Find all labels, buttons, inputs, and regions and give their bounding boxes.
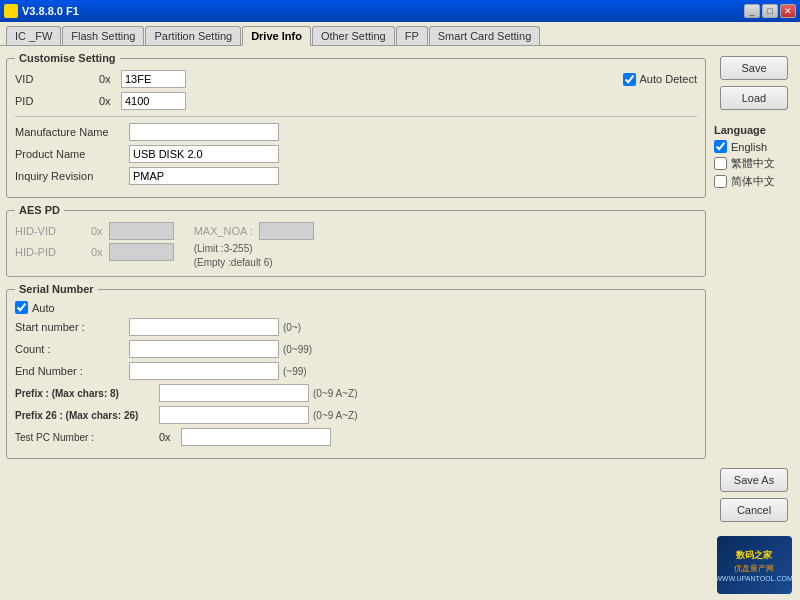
hid-vid-prefix: 0x <box>91 225 103 237</box>
inquiry-label: Inquiry Revision <box>15 170 125 182</box>
hid-pid-label: HID-PID <box>15 246 85 258</box>
inquiry-row: Inquiry Revision <box>15 167 697 185</box>
maximize-button[interactable]: □ <box>762 4 778 18</box>
language-title: Language <box>714 124 794 136</box>
end-number-row: End Number : (~99) <box>15 362 697 380</box>
main-window: IC _FW Flash Setting Partition Setting D… <box>0 22 800 600</box>
app-icon <box>4 4 18 18</box>
lang-traditional-checkbox[interactable] <box>714 157 727 170</box>
start-number-row: Start number : (0~) <box>15 318 697 336</box>
start-number-input[interactable] <box>129 318 279 336</box>
lang-simplified-option: 简体中文 <box>714 174 794 189</box>
end-number-input[interactable] <box>129 362 279 380</box>
end-number-hint: (~99) <box>283 366 307 377</box>
auto-checkbox[interactable] <box>15 301 28 314</box>
auto-checkbox-row: Auto <box>15 301 697 314</box>
lang-simplified-checkbox[interactable] <box>714 175 727 188</box>
lang-english-option: English <box>714 140 794 153</box>
save-as-button[interactable]: Save As <box>720 468 788 492</box>
prefix26-input[interactable] <box>159 406 309 424</box>
prefix-label: Prefix : (Max chars: 8) <box>15 388 155 399</box>
title-bar-controls: _ □ ✕ <box>744 4 796 18</box>
save-button[interactable]: Save <box>720 56 788 80</box>
watermark-line1: 数码之家 <box>736 549 772 562</box>
product-row: Product Name <box>15 145 697 163</box>
pid-label: PID <box>15 95 95 107</box>
pid-input[interactable] <box>121 92 186 110</box>
start-number-hint: (0~) <box>283 322 301 333</box>
watermark-line2: 优盘量产网 <box>734 563 774 574</box>
serial-number-legend: Serial Number <box>15 283 98 295</box>
start-number-label: Start number : <box>15 321 125 333</box>
lang-simplified-label: 简体中文 <box>731 174 775 189</box>
count-input[interactable] <box>129 340 279 358</box>
right-panel: Save Load Language English 繁體中文 简体中文 <box>714 52 794 594</box>
prefix-row: Prefix : (Max chars: 8) (0~9 A~Z) <box>15 384 697 402</box>
customise-legend: Customise Setting <box>15 52 120 64</box>
lang-traditional-option: 繁體中文 <box>714 156 794 171</box>
max-noa-label: MAX_NOA : <box>194 225 253 237</box>
left-panel: Customise Setting VID 0x Auto Detect PID… <box>6 52 706 594</box>
test-pc-prefix: 0x <box>159 431 177 443</box>
prefix-input[interactable] <box>159 384 309 402</box>
tab-partition-setting[interactable]: Partition Setting <box>145 26 241 45</box>
aes-left-col: HID-VID 0x HID-PID 0x <box>15 222 174 264</box>
test-pc-row: Test PC Number : 0x <box>15 428 697 446</box>
count-row: Count : (0~99) <box>15 340 697 358</box>
empty-hint: (Empty :default 6) <box>194 257 314 268</box>
prefix26-row: Prefix 26 : (Max chars: 26) (0~9 A~Z) <box>15 406 697 424</box>
close-button[interactable]: ✕ <box>780 4 796 18</box>
mfg-label: Manufacture Name <box>15 126 125 138</box>
prefix26-label: Prefix 26 : (Max chars: 26) <box>15 410 155 421</box>
load-button[interactable]: Load <box>720 86 788 110</box>
hid-pid-input[interactable] <box>109 243 174 261</box>
test-pc-label: Test PC Number : <box>15 432 155 443</box>
tab-flash-setting[interactable]: Flash Setting <box>62 26 144 45</box>
tab-drive-info[interactable]: Drive Info <box>242 26 311 46</box>
lang-traditional-label: 繁體中文 <box>731 156 775 171</box>
vid-input[interactable] <box>121 70 186 88</box>
hid-vid-label: HID-VID <box>15 225 85 237</box>
product-label: Product Name <box>15 148 125 160</box>
lang-english-checkbox[interactable] <box>714 140 727 153</box>
watermark-area: 数码之家 优盘量产网 WWW.UPANTOOL.COM <box>717 536 792 594</box>
limit-hint: (Limit :3-255) <box>194 243 314 254</box>
vid-prefix: 0x <box>99 73 117 85</box>
test-pc-input[interactable] <box>181 428 331 446</box>
auto-detect-label: Auto Detect <box>640 73 697 85</box>
pid-prefix: 0x <box>99 95 117 107</box>
prefix-hint: (0~9 A~Z) <box>313 388 357 399</box>
title-bar: V3.8.8.0 F1 _ □ ✕ <box>0 0 800 22</box>
aes-pd-fieldset: AES PD HID-VID 0x HID-PID 0x <box>6 204 706 277</box>
serial-number-fieldset: Serial Number Auto Start number : (0~) C… <box>6 283 706 459</box>
product-input[interactable] <box>129 145 279 163</box>
tab-bar: IC _FW Flash Setting Partition Setting D… <box>0 22 800 46</box>
auto-label: Auto <box>32 302 55 314</box>
hid-pid-row: HID-PID 0x <box>15 243 174 261</box>
customise-fieldset: Customise Setting VID 0x Auto Detect PID… <box>6 52 706 198</box>
tab-other-setting[interactable]: Other Setting <box>312 26 395 45</box>
watermark-line3: WWW.UPANTOOL.COM <box>717 575 792 582</box>
tab-smart-card[interactable]: Smart Card Setting <box>429 26 541 45</box>
prefix26-hint: (0~9 A~Z) <box>313 410 357 421</box>
count-hint: (0~99) <box>283 344 312 355</box>
hid-pid-prefix: 0x <box>91 246 103 258</box>
tab-ic-fw[interactable]: IC _FW <box>6 26 61 45</box>
cancel-button[interactable]: Cancel <box>720 498 788 522</box>
content-area: Customise Setting VID 0x Auto Detect PID… <box>0 46 800 600</box>
pid-row: PID 0x <box>15 92 697 110</box>
vid-label: VID <box>15 73 95 85</box>
max-noa-input[interactable] <box>259 222 314 240</box>
vid-row: VID 0x Auto Detect <box>15 70 697 88</box>
end-number-label: End Number : <box>15 365 125 377</box>
lang-english-label: English <box>731 141 767 153</box>
aes-right-col: MAX_NOA : (Limit :3-255) (Empty :default… <box>194 222 314 268</box>
auto-detect-checkbox[interactable] <box>623 73 636 86</box>
mfg-row: Manufacture Name <box>15 123 697 141</box>
mfg-input[interactable] <box>129 123 279 141</box>
tab-fp[interactable]: FP <box>396 26 428 45</box>
inquiry-input[interactable] <box>129 167 279 185</box>
app-title: V3.8.8.0 F1 <box>22 5 79 17</box>
minimize-button[interactable]: _ <box>744 4 760 18</box>
hid-vid-input[interactable] <box>109 222 174 240</box>
